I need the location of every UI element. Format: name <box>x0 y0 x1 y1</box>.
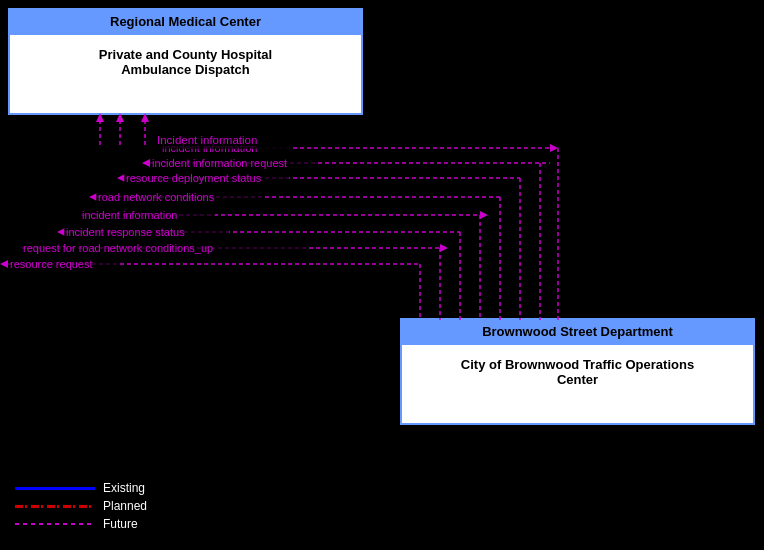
svg-marker-3 <box>96 113 104 122</box>
planned-line-icon <box>15 505 95 508</box>
svg-text:incident information: incident information <box>82 209 177 221</box>
existing-line-icon <box>15 487 95 490</box>
svg-marker-16 <box>89 193 97 201</box>
svg-marker-22 <box>57 228 65 236</box>
svg-text:road network conditions: road network conditions <box>98 191 215 203</box>
svg-marker-28 <box>0 260 8 268</box>
svg-text:incident response status: incident response status <box>66 226 185 238</box>
svg-marker-13 <box>117 174 125 182</box>
planned-label: Planned <box>103 499 147 513</box>
future-label: Future <box>103 517 138 531</box>
svg-marker-1 <box>550 144 558 152</box>
svg-text:resource request: resource request <box>10 258 93 270</box>
legend-future: Future <box>15 517 147 531</box>
svg-marker-10 <box>142 159 150 167</box>
svg-text:incident information request: incident information request <box>152 157 287 169</box>
svg-text:Incident information: Incident information <box>157 134 257 146</box>
legend: Existing Planned Future <box>15 481 147 535</box>
future-line-icon <box>15 523 95 525</box>
diagram-svg: incident information incident informatio… <box>0 0 764 550</box>
svg-text:resource deployment status: resource deployment status <box>126 172 262 184</box>
svg-marker-7 <box>141 113 149 122</box>
existing-label: Existing <box>103 481 145 495</box>
legend-existing: Existing <box>15 481 147 495</box>
svg-marker-5 <box>116 113 124 122</box>
svg-marker-25 <box>440 244 448 252</box>
legend-planned: Planned <box>15 499 147 513</box>
svg-text:request for road network condi: request for road network conditions_up <box>23 242 213 254</box>
svg-marker-19 <box>480 211 488 219</box>
